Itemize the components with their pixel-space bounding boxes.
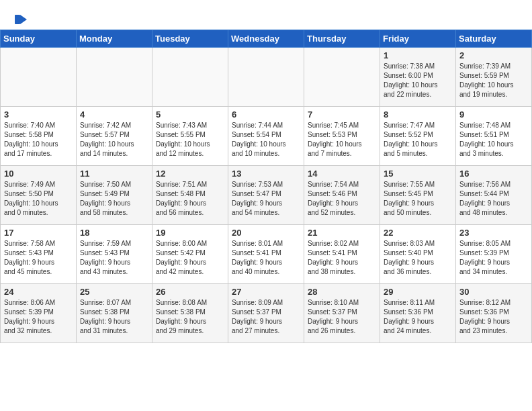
day-number: 13 xyxy=(232,169,300,179)
day-info: Sunrise: 7:43 AM Sunset: 5:55 PM Dayligh… xyxy=(156,121,224,158)
day-number: 21 xyxy=(308,228,376,238)
day-info: Sunrise: 7:51 AM Sunset: 5:48 PM Dayligh… xyxy=(156,180,224,218)
header-day-tuesday: Tuesday xyxy=(152,30,228,48)
day-number: 25 xyxy=(80,287,148,297)
day-cell: 12Sunrise: 7:51 AM Sunset: 5:48 PM Dayli… xyxy=(152,166,228,225)
day-cell: 29Sunrise: 8:11 AM Sunset: 5:36 PM Dayli… xyxy=(380,284,456,343)
day-cell xyxy=(152,48,228,107)
day-number: 19 xyxy=(156,228,224,238)
week-row-5: 24Sunrise: 8:06 AM Sunset: 5:39 PM Dayli… xyxy=(1,284,532,343)
day-info: Sunrise: 7:39 AM Sunset: 5:59 PM Dayligh… xyxy=(459,62,528,99)
calendar-body: 1Sunrise: 7:38 AM Sunset: 6:00 PM Daylig… xyxy=(1,48,532,343)
day-info: Sunrise: 7:59 AM Sunset: 5:43 PM Dayligh… xyxy=(80,239,148,277)
day-info: Sunrise: 7:42 AM Sunset: 5:57 PM Dayligh… xyxy=(80,121,148,158)
day-number: 16 xyxy=(459,169,528,179)
header-day-thursday: Thursday xyxy=(304,30,380,48)
day-number: 8 xyxy=(384,109,452,120)
day-number: 10 xyxy=(4,169,73,179)
day-info: Sunrise: 7:58 AM Sunset: 5:43 PM Dayligh… xyxy=(4,239,73,277)
calendar: SundayMondayTuesdayWednesdayThursdayFrid… xyxy=(0,30,532,343)
day-info: Sunrise: 7:45 AM Sunset: 5:53 PM Dayligh… xyxy=(308,121,376,158)
day-info: Sunrise: 8:00 AM Sunset: 5:42 PM Dayligh… xyxy=(156,239,224,277)
day-number: 1 xyxy=(384,50,452,60)
day-number: 28 xyxy=(308,287,376,297)
logo xyxy=(13,12,30,24)
day-number: 20 xyxy=(232,228,300,238)
day-number: 2 xyxy=(459,50,528,60)
day-info: Sunrise: 7:40 AM Sunset: 5:58 PM Dayligh… xyxy=(4,121,73,158)
day-info: Sunrise: 7:53 AM Sunset: 5:47 PM Dayligh… xyxy=(232,180,300,218)
week-row-2: 3Sunrise: 7:40 AM Sunset: 5:58 PM Daylig… xyxy=(1,107,532,166)
day-info: Sunrise: 8:09 AM Sunset: 5:37 PM Dayligh… xyxy=(232,298,300,336)
day-cell: 25Sunrise: 8:07 AM Sunset: 5:38 PM Dayli… xyxy=(77,284,152,343)
day-number: 11 xyxy=(80,169,148,179)
day-number: 27 xyxy=(232,287,300,297)
day-info: Sunrise: 7:50 AM Sunset: 5:49 PM Dayligh… xyxy=(80,180,148,218)
day-info: Sunrise: 8:08 AM Sunset: 5:38 PM Dayligh… xyxy=(156,298,224,336)
day-number: 23 xyxy=(459,228,528,238)
header-day-friday: Friday xyxy=(380,30,456,48)
day-info: Sunrise: 7:44 AM Sunset: 5:54 PM Dayligh… xyxy=(232,121,300,158)
week-row-3: 10Sunrise: 7:49 AM Sunset: 5:50 PM Dayli… xyxy=(1,166,532,225)
day-cell: 1Sunrise: 7:38 AM Sunset: 6:00 PM Daylig… xyxy=(380,48,456,107)
day-info: Sunrise: 8:10 AM Sunset: 5:37 PM Dayligh… xyxy=(308,298,376,336)
day-cell: 27Sunrise: 8:09 AM Sunset: 5:37 PM Dayli… xyxy=(228,284,304,343)
day-info: Sunrise: 7:55 AM Sunset: 5:45 PM Dayligh… xyxy=(384,180,452,218)
svg-marker-0 xyxy=(20,15,27,24)
day-info: Sunrise: 8:05 AM Sunset: 5:39 PM Dayligh… xyxy=(459,239,528,277)
day-info: Sunrise: 7:54 AM Sunset: 5:46 PM Dayligh… xyxy=(308,180,376,218)
day-cell: 15Sunrise: 7:55 AM Sunset: 5:45 PM Dayli… xyxy=(380,166,456,225)
day-number: 24 xyxy=(4,287,73,297)
day-number: 30 xyxy=(459,287,528,297)
header-day-monday: Monday xyxy=(77,30,152,48)
header-day-sunday: Sunday xyxy=(1,30,77,48)
logo-icon xyxy=(15,12,30,27)
day-cell: 3Sunrise: 7:40 AM Sunset: 5:58 PM Daylig… xyxy=(1,107,77,166)
day-number: 6 xyxy=(232,109,300,120)
day-number: 17 xyxy=(4,228,73,238)
header-row: SundayMondayTuesdayWednesdayThursdayFrid… xyxy=(1,30,532,48)
day-number: 22 xyxy=(384,228,452,238)
calendar-header: SundayMondayTuesdayWednesdayThursdayFrid… xyxy=(1,30,532,48)
day-number: 4 xyxy=(80,109,148,120)
header xyxy=(0,0,532,30)
day-number: 12 xyxy=(156,169,224,179)
day-info: Sunrise: 7:47 AM Sunset: 5:52 PM Dayligh… xyxy=(384,121,452,158)
day-cell: 11Sunrise: 7:50 AM Sunset: 5:49 PM Dayli… xyxy=(77,166,152,225)
day-cell xyxy=(1,48,77,107)
day-cell xyxy=(77,48,152,107)
week-row-1: 1Sunrise: 7:38 AM Sunset: 6:00 PM Daylig… xyxy=(1,48,532,107)
day-cell: 7Sunrise: 7:45 AM Sunset: 5:53 PM Daylig… xyxy=(304,107,380,166)
day-number: 5 xyxy=(156,109,224,120)
day-cell: 9Sunrise: 7:48 AM Sunset: 5:51 PM Daylig… xyxy=(456,107,532,166)
day-cell: 4Sunrise: 7:42 AM Sunset: 5:57 PM Daylig… xyxy=(77,107,152,166)
day-number: 26 xyxy=(156,287,224,297)
day-cell: 24Sunrise: 8:06 AM Sunset: 5:39 PM Dayli… xyxy=(1,284,77,343)
week-row-4: 17Sunrise: 7:58 AM Sunset: 5:43 PM Dayli… xyxy=(1,225,532,284)
day-cell: 28Sunrise: 8:10 AM Sunset: 5:37 PM Dayli… xyxy=(304,284,380,343)
day-cell: 21Sunrise: 8:02 AM Sunset: 5:41 PM Dayli… xyxy=(304,225,380,284)
header-day-saturday: Saturday xyxy=(456,30,532,48)
day-cell: 6Sunrise: 7:44 AM Sunset: 5:54 PM Daylig… xyxy=(228,107,304,166)
day-number: 3 xyxy=(4,109,73,120)
day-cell: 16Sunrise: 7:56 AM Sunset: 5:44 PM Dayli… xyxy=(456,166,532,225)
day-cell xyxy=(304,48,380,107)
day-cell: 30Sunrise: 8:12 AM Sunset: 5:36 PM Dayli… xyxy=(456,284,532,343)
svg-rect-1 xyxy=(15,15,20,24)
day-info: Sunrise: 8:03 AM Sunset: 5:40 PM Dayligh… xyxy=(384,239,452,277)
day-info: Sunrise: 7:56 AM Sunset: 5:44 PM Dayligh… xyxy=(459,180,528,218)
page: SundayMondayTuesdayWednesdayThursdayFrid… xyxy=(0,0,532,343)
day-cell: 20Sunrise: 8:01 AM Sunset: 5:41 PM Dayli… xyxy=(228,225,304,284)
day-info: Sunrise: 8:06 AM Sunset: 5:39 PM Dayligh… xyxy=(4,298,73,336)
day-info: Sunrise: 7:48 AM Sunset: 5:51 PM Dayligh… xyxy=(459,121,528,158)
day-number: 14 xyxy=(308,169,376,179)
day-info: Sunrise: 8:01 AM Sunset: 5:41 PM Dayligh… xyxy=(232,239,300,277)
day-cell: 2Sunrise: 7:39 AM Sunset: 5:59 PM Daylig… xyxy=(456,48,532,107)
day-info: Sunrise: 8:12 AM Sunset: 5:36 PM Dayligh… xyxy=(459,298,528,336)
day-number: 29 xyxy=(384,287,452,297)
day-cell: 5Sunrise: 7:43 AM Sunset: 5:55 PM Daylig… xyxy=(152,107,228,166)
header-day-wednesday: Wednesday xyxy=(228,30,304,48)
day-info: Sunrise: 8:07 AM Sunset: 5:38 PM Dayligh… xyxy=(80,298,148,336)
day-cell: 23Sunrise: 8:05 AM Sunset: 5:39 PM Dayli… xyxy=(456,225,532,284)
day-cell: 19Sunrise: 8:00 AM Sunset: 5:42 PM Dayli… xyxy=(152,225,228,284)
